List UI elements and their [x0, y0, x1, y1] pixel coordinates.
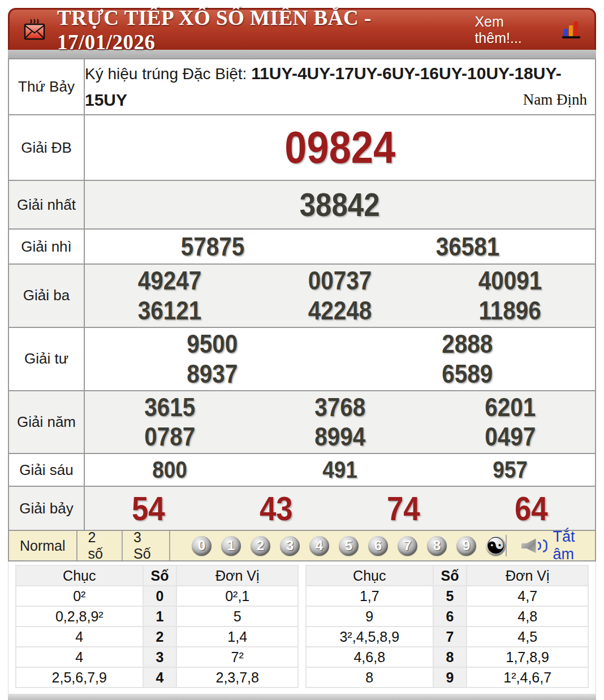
- table-row: 3²,4,5,8,9 7 4,5: [306, 626, 588, 647]
- table-row: 0,2,8,9² 1 5: [16, 606, 298, 626]
- prize-label: Giải tư: [8, 327, 84, 391]
- prize-number: 957: [493, 456, 528, 483]
- prize-cell: 09824: [84, 115, 596, 180]
- prize-label: Giải nhì: [8, 229, 84, 264]
- number-balls: 0 1 2 3 4 5 6 7 8 9 ☯: [192, 536, 506, 556]
- donvi-cell: 4,5: [467, 626, 588, 647]
- prize-number: 43: [260, 489, 293, 528]
- prize-number: 36581: [435, 232, 499, 262]
- prize-number: 800: [153, 456, 188, 483]
- table-row: Giải nhất 38842: [8, 180, 596, 229]
- table-row: 4 3 7²: [16, 647, 298, 667]
- so-cell: 4: [143, 667, 177, 688]
- toolbar-divider: [506, 535, 506, 556]
- page-title: TRỰC TIẾP XỔ SỐ MIỀN BẮC - 17/01/2026: [57, 6, 474, 54]
- table-row: Giải tư 9500 2888 8937 6589: [8, 327, 596, 391]
- so-cell: 8: [433, 647, 467, 667]
- prize-cell: 3615 3768 6201 0787 8994 0497: [84, 391, 596, 454]
- column-header-chuc: Chục: [16, 565, 143, 586]
- chuc-cell: 3²,4,5,8,9: [306, 626, 433, 647]
- prize-number: 74: [387, 489, 420, 528]
- chuc-cell: 0,2,8,9²: [16, 606, 143, 626]
- ball-0[interactable]: 0: [192, 536, 212, 556]
- table-row: Giải nhì 57875 36581: [8, 229, 596, 264]
- so-cell: 6: [433, 606, 467, 626]
- prize-cell: 49247 00737 40091 36121 42248 11896: [84, 264, 596, 327]
- prize-number: 491: [322, 456, 357, 483]
- ball-5[interactable]: 5: [339, 536, 359, 556]
- day-label: Thứ Bảy: [8, 59, 84, 115]
- special-symbol-cell: Ký hiệu trúng Đặc Biệt: 11UY-4UY-17UY-6U…: [84, 59, 596, 115]
- so-cell: 3: [143, 647, 177, 667]
- prize-number: 09824: [284, 122, 395, 174]
- prize-number: 64: [515, 489, 548, 528]
- prize-number: 8994: [314, 422, 365, 452]
- prize-number: 0787: [144, 422, 195, 452]
- lottery-widget: TRỰC TIẾP XỔ SỐ MIỀN BẮC - 17/01/2026 Xe…: [8, 8, 596, 700]
- chuc-cell: 8: [306, 667, 433, 688]
- table-row: 4 2 1,4: [16, 626, 298, 647]
- ball-2[interactable]: 2: [251, 536, 270, 556]
- prize-label: Giải nhất: [8, 180, 84, 229]
- table-row: Giải ba 49247 00737 40091 36121 42248 11…: [8, 264, 596, 327]
- prize-number: 00737: [308, 266, 372, 296]
- see-more-link[interactable]: Xem thêm!...: [474, 14, 555, 46]
- donvi-cell: 2,3,7,8: [176, 667, 298, 688]
- province-name: Nam Định: [523, 88, 587, 112]
- mute-label: Tắt âm: [553, 528, 587, 563]
- prize-number: 0497: [485, 422, 536, 452]
- ball-1[interactable]: 1: [221, 536, 241, 556]
- prize-number: 38842: [300, 186, 380, 224]
- ball-8[interactable]: 8: [427, 536, 447, 556]
- column-header-donvi: Đơn Vị: [467, 565, 588, 586]
- prize-number: 49247: [138, 266, 202, 296]
- ball-9[interactable]: 9: [456, 536, 476, 556]
- table-row: Giải năm 3615 3768 6201 0787 8994 0497: [8, 391, 596, 454]
- donvi-cell: 4,7: [467, 586, 588, 606]
- mode-tab-3so[interactable]: 3 Số: [123, 531, 170, 560]
- prize-label: Giải ĐB: [8, 115, 84, 180]
- table-row: Giải ĐB 09824: [8, 115, 596, 180]
- ball-4[interactable]: 4: [309, 536, 329, 556]
- table-row: 8 9 1²,4,6,7: [306, 667, 588, 688]
- donvi-cell: 1²,4,6,7: [467, 667, 588, 688]
- column-header-so: Số: [433, 565, 467, 586]
- mute-button[interactable]: Tắt âm: [506, 528, 587, 563]
- loto-table-left: Chục Số Đơn Vị 0² 0 0²,1 0,2,8,9² 1 5 4 …: [15, 565, 299, 688]
- so-cell: 9: [433, 667, 467, 688]
- chuc-cell: 4: [16, 647, 143, 667]
- prize-number: 57875: [180, 232, 244, 262]
- table-row: Chục Số Đơn Vị: [16, 565, 298, 586]
- ball-6[interactable]: 6: [368, 536, 388, 556]
- chuc-cell: 0²: [16, 586, 143, 606]
- yin-yang-icon[interactable]: ☯: [486, 536, 506, 556]
- toolbar: Normal 2 số 3 Số 0 1 2 3 4 5 6 7 8 9 ☯ T…: [8, 531, 596, 561]
- mode-tab-2so[interactable]: 2 số: [77, 531, 123, 560]
- chuc-cell: 9: [306, 606, 433, 626]
- prize-number: 2888: [442, 329, 493, 359]
- ball-7[interactable]: 7: [398, 536, 417, 556]
- prize-number: 36121: [138, 296, 202, 326]
- so-cell: 1: [143, 606, 177, 626]
- table-row: 2,5,6,7,9 4 2,3,7,8: [16, 667, 298, 688]
- so-cell: 2: [143, 626, 177, 647]
- ball-3[interactable]: 3: [280, 536, 300, 556]
- table-row: 1,7 5 4,7: [306, 586, 588, 606]
- loto-table-right: Chục Số Đơn Vị 1,7 5 4,7 9 6 4,8 3²,4,5,…: [305, 565, 589, 688]
- donvi-cell: 1,7,8,9: [467, 647, 588, 667]
- prize-number: 8937: [187, 359, 238, 389]
- prize-number: 6201: [485, 392, 536, 422]
- footer-gray-bar: [8, 694, 596, 700]
- mode-tab-normal[interactable]: Normal: [9, 531, 77, 560]
- prize-number: 3768: [314, 392, 365, 422]
- so-cell: 7: [433, 626, 467, 647]
- chuc-cell: 1,7: [306, 586, 433, 606]
- prize-number: 6589: [442, 359, 493, 389]
- bar-chart-icon[interactable]: [562, 20, 584, 40]
- prize-cell: 9500 2888 8937 6589: [84, 327, 596, 391]
- prize-number: 3615: [144, 392, 195, 422]
- symbol-label: Ký hiệu trúng Đặc Biệt:: [85, 65, 247, 83]
- so-cell: 0: [143, 586, 177, 606]
- prize-cell: 57875 36581: [84, 229, 596, 264]
- widget-header: TRỰC TIẾP XỔ SỐ MIỀN BẮC - 17/01/2026 Xe…: [8, 8, 596, 50]
